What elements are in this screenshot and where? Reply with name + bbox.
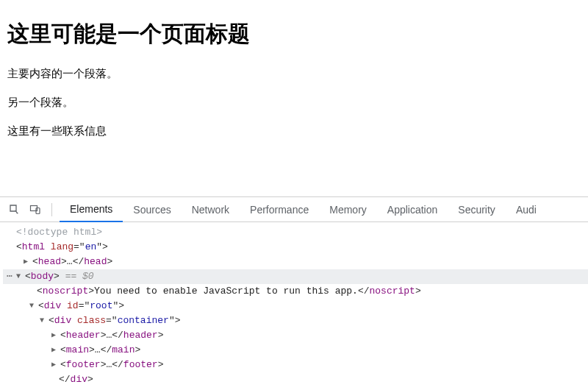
- dom-row[interactable]: ▶ <header>…</header>: [3, 328, 588, 343]
- tab-network[interactable]: Network: [182, 197, 240, 222]
- page-title: 这里可能是一个页面标题: [7, 19, 581, 49]
- dom-row[interactable]: <!doctype html>: [3, 225, 588, 240]
- tab-application[interactable]: Application: [377, 197, 448, 222]
- dom-row[interactable]: ▶ <footer>…</footer>: [3, 358, 588, 372]
- dom-row[interactable]: <html lang="en">: [3, 240, 588, 255]
- paragraph-1: 主要内容的一个段落。: [7, 67, 581, 81]
- expand-triangle-icon[interactable]: ▶: [51, 343, 59, 358]
- expand-triangle-icon[interactable]: ▶: [51, 358, 59, 372]
- tab-audits[interactable]: Audi: [506, 197, 547, 222]
- dom-row[interactable]: ▼ <div id="root">: [3, 299, 588, 313]
- div-root-node: <div id="root">: [38, 299, 124, 313]
- inspect-icon[interactable]: [6, 201, 24, 219]
- dom-row[interactable]: ▶ <main>…</main>: [3, 343, 588, 358]
- row-gutter-ellipsis-icon[interactable]: ⋯: [3, 269, 16, 284]
- expand-triangle-icon[interactable]: ▼: [29, 299, 37, 313]
- noscript-node: <noscript>You need to enable JavaScript …: [37, 284, 421, 299]
- devtools-panel: Elements Sources Network Performance Mem…: [0, 196, 588, 390]
- footer-node: <footer>…</footer>: [60, 358, 163, 372]
- dollar-zero-marker: $0: [82, 269, 94, 284]
- head-node: <head>…</head>: [32, 255, 112, 269]
- device-toggle-icon[interactable]: [26, 201, 44, 219]
- tab-sources[interactable]: Sources: [123, 197, 181, 222]
- dom-row[interactable]: </div>: [3, 372, 588, 387]
- tab-memory[interactable]: Memory: [319, 197, 377, 222]
- dom-row[interactable]: ▶ <head>…</head>: [3, 255, 588, 269]
- tab-security[interactable]: Security: [448, 197, 506, 222]
- dom-row[interactable]: ▼ <div class="container">: [3, 313, 588, 328]
- header-node: <header>…</header>: [60, 328, 163, 343]
- equals-marker: ==: [60, 269, 82, 284]
- div-close-node: </div>: [59, 372, 93, 387]
- devtools-tabbar: Elements Sources Network Performance Mem…: [0, 197, 588, 222]
- paragraph-2: 另一个段落。: [7, 96, 581, 110]
- expand-triangle-icon[interactable]: ▼: [16, 269, 24, 284]
- doctype-node: <!doctype html>: [16, 225, 102, 240]
- expand-triangle-icon[interactable]: ▶: [24, 255, 31, 269]
- tab-elements[interactable]: Elements: [60, 197, 123, 222]
- html-open-tag: <html lang="en">: [16, 240, 108, 255]
- tab-performance[interactable]: Performance: [240, 197, 319, 222]
- contact-info: 这里有一些联系信息: [7, 124, 581, 138]
- div-container-node: <div class="container">: [49, 313, 180, 328]
- elements-dom-tree[interactable]: <!doctype html> <html lang="en"> ▶ <head…: [0, 222, 588, 387]
- dom-row[interactable]: <noscript>You need to enable JavaScript …: [3, 284, 588, 299]
- dom-row-selected[interactable]: ⋯ ▼ <body> == $0: [3, 269, 588, 284]
- tabbar-separator: [51, 203, 52, 216]
- expand-triangle-icon[interactable]: ▼: [40, 313, 47, 328]
- body-open-tag: <body>: [25, 269, 60, 284]
- main-node: <main>…</main>: [60, 343, 140, 358]
- expand-triangle-icon[interactable]: ▶: [51, 328, 59, 343]
